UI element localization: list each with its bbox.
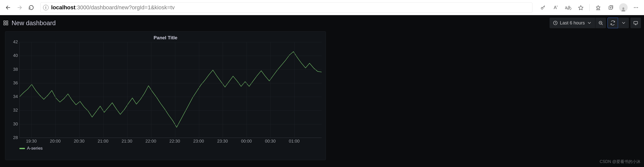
browser-right-icons: A⁾⁾ aあ — [538, 3, 641, 13]
dashboard-toolbar: Last 6 hours — [550, 18, 641, 28]
divider — [589, 4, 590, 11]
x-tick-label: 01:00 — [289, 139, 300, 144]
svg-point-12 — [637, 7, 638, 8]
plot-area: 2830323436384042 — [9, 42, 322, 138]
refresh-button[interactable] — [26, 3, 36, 13]
forward-button[interactable] — [15, 3, 25, 13]
x-tick-label: 23:00 — [193, 139, 204, 144]
x-tick-label: 21:30 — [122, 139, 132, 144]
favorites-bar-icon[interactable] — [593, 3, 603, 13]
x-tick-label: 22:00 — [146, 139, 156, 144]
svg-rect-16 — [6, 23, 8, 25]
watermark: CSDN @爱看书的小沐 — [600, 159, 640, 164]
svg-rect-13 — [4, 21, 5, 22]
svg-point-11 — [635, 7, 636, 8]
view-mode-button[interactable] — [630, 18, 641, 28]
key-icon[interactable] — [538, 3, 548, 13]
url-text: localhost:3000/dashboard/new?orgId=1&kio… — [51, 4, 175, 11]
x-tick-label: 20:30 — [74, 139, 85, 144]
url-host: localhost — [51, 4, 76, 11]
y-tick-label: 42 — [13, 40, 18, 45]
time-range-picker[interactable]: Last 6 hours — [550, 18, 595, 28]
svg-rect-14 — [6, 21, 8, 22]
collections-icon[interactable] — [606, 3, 616, 13]
dashboard-title[interactable]: New dashboard — [12, 19, 56, 27]
x-tick-label: 00:30 — [265, 139, 276, 144]
dashboard-grid-icon — [3, 20, 9, 26]
more-menu-icon[interactable] — [631, 3, 641, 13]
y-tick-label: 32 — [13, 108, 18, 113]
translate-icon[interactable]: aあ — [563, 3, 573, 13]
dashboard-viewport: New dashboard Last 6 hours Panel Title — [0, 15, 644, 167]
chevron-down-icon — [587, 20, 592, 25]
x-axis: 19:3020:0020:3021:0021:3022:0022:3023:00… — [19, 138, 322, 145]
dashboard-header: New dashboard Last 6 hours — [0, 17, 644, 29]
time-range-label: Last 6 hours — [560, 20, 585, 26]
x-tick-label: 21:00 — [98, 139, 109, 144]
legend-swatch — [19, 148, 25, 149]
y-tick-label: 34 — [13, 94, 18, 99]
svg-rect-15 — [4, 23, 5, 25]
y-tick-label: 36 — [13, 81, 18, 86]
address-bar[interactable]: i localhost:3000/dashboard/new?orgId=1&k… — [40, 2, 532, 13]
svg-line-19 — [601, 24, 602, 25]
svg-marker-4 — [596, 6, 600, 9]
svg-point-10 — [634, 7, 635, 8]
svg-marker-3 — [579, 6, 583, 10]
line-series — [20, 42, 322, 138]
back-button[interactable] — [3, 3, 13, 13]
chart-canvas[interactable] — [19, 42, 322, 138]
x-tick-label: 20:00 — [50, 139, 61, 144]
y-tick-label: 28 — [13, 135, 18, 140]
y-axis: 2830323436384042 — [9, 42, 19, 138]
chevron-down-icon — [621, 20, 626, 25]
legend[interactable]: A-series — [19, 146, 322, 151]
legend-label: A-series — [27, 146, 43, 151]
x-tick-label: 23:30 — [217, 139, 228, 144]
svg-rect-21 — [634, 21, 638, 24]
y-tick-label: 40 — [13, 53, 18, 58]
svg-point-9 — [622, 8, 624, 9]
url-rest: :3000/dashboard/new?orgId=1&kiosk=tv — [76, 4, 175, 11]
site-info-icon[interactable]: i — [43, 5, 49, 10]
y-tick-label: 38 — [13, 67, 18, 72]
read-aloud-icon[interactable]: A⁾⁾ — [551, 3, 561, 13]
x-tick-label: 19:30 — [26, 139, 37, 144]
refresh-dashboard-button[interactable] — [607, 18, 618, 28]
x-tick-label: 22:30 — [169, 139, 180, 144]
zoom-out-button[interactable] — [595, 18, 606, 28]
browser-toolbar: i localhost:3000/dashboard/new?orgId=1&k… — [0, 0, 644, 15]
panel[interactable]: Panel Title 2830323436384042 19:3020:002… — [5, 31, 326, 160]
favorite-star-icon[interactable] — [576, 3, 586, 13]
panel-title: Panel Title — [9, 35, 322, 41]
y-tick-label: 30 — [13, 122, 18, 127]
refresh-interval-dropdown[interactable] — [618, 18, 629, 28]
x-tick-label: 00:00 — [241, 139, 252, 144]
profile-avatar[interactable] — [618, 3, 628, 13]
